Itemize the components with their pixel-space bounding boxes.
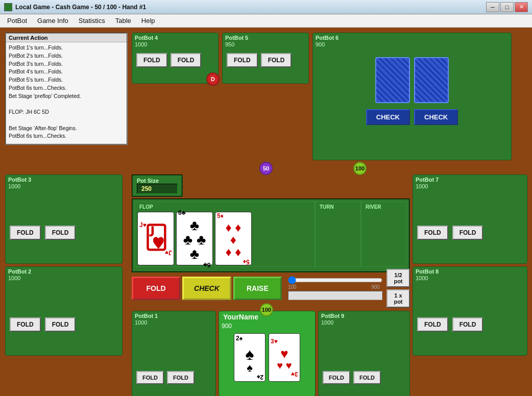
potbot8-fold2[interactable]: FOLD — [452, 317, 483, 332]
player-potbot9: PotBot 9 1000 FOLD FOLD — [318, 311, 410, 396]
log-entry: PotBot 6s turn...Checks. — [9, 84, 124, 92]
player-potbot3: PotBot 3 1000 FOLD FOLD — [5, 175, 123, 264]
log-entry: PotBot 5's turn...Folds. — [9, 76, 124, 84]
potbot3-name: PotBot 3 — [6, 175, 122, 183]
potbot2-fold2[interactable]: FOLD — [45, 317, 76, 332]
pot-value: 250 — [137, 184, 178, 194]
minimize-button[interactable]: ─ — [486, 2, 499, 12]
window-title: Local Game - Cash Game - 50 / 100 - Hand… — [15, 4, 146, 11]
potbot4-fold1[interactable]: FOLD — [136, 53, 167, 67]
potbot6-name: PotBot 6 — [313, 33, 511, 41]
potbot7-name: PotBot 7 — [413, 175, 527, 183]
app-icon — [4, 3, 12, 11]
small-blind-token: 50 — [259, 162, 273, 175]
player-yourname: YourName 900 2♠ ♠ ♠ 2♠ 3♥ ♥ ♥ ♥ 3♥ — [219, 311, 316, 396]
player-potbot7: PotBot 7 1000 FOLD FOLD — [413, 175, 527, 264]
menu-potbot[interactable]: PotBot — [2, 16, 32, 26]
your-card1: 2♠ ♠ ♠ 2♠ — [234, 333, 265, 382]
potbot6-card1 — [375, 57, 410, 103]
potbot3-fold1[interactable]: FOLD — [10, 226, 41, 240]
action-log: Current Action PotBot 1's turn...Folds. … — [5, 33, 128, 145]
action-buttons-area: FOLD CHECK RAISE 100 900 1/2 pot 1 x pot — [132, 274, 410, 302]
close-button[interactable]: ✕ — [515, 2, 528, 12]
potbot8-fold1[interactable]: FOLD — [417, 317, 448, 332]
one-pot-button[interactable]: 1 x pot — [386, 289, 410, 308]
potbot5-fold2[interactable]: FOLD — [261, 53, 292, 67]
potbot2-name: PotBot 2 — [6, 267, 122, 275]
flop-label: FLOP — [137, 203, 312, 211]
pot-label: Pot Size — [137, 178, 178, 184]
action-raise-button[interactable]: RAISE — [233, 277, 282, 300]
player-potbot2: PotBot 2 1000 FOLD FOLD — [5, 266, 123, 356]
log-entry: Bet Stage 'After-flop' Begins. — [9, 125, 124, 133]
potbot3-chips: 1000 — [6, 183, 122, 191]
turn-section: TURN — [315, 202, 361, 267]
slider-labels: 100 900 — [288, 284, 380, 290]
your-card2: 3♥ ♥ ♥ ♥ 3♥ — [269, 333, 300, 382]
log-entry: PotBot 6s turn...Checks. — [9, 132, 124, 140]
potbot5-name: PotBot 5 — [223, 33, 308, 41]
potbot5-fold1[interactable]: FOLD — [227, 53, 258, 67]
community-cards-area: FLOP J♥ 🂻 J♥ 6♣ ♣♣ ♣♣ 6♣ — [132, 199, 410, 273]
potbot7-fold2[interactable]: FOLD — [452, 226, 483, 240]
potbot7-chips: 1000 — [413, 183, 527, 191]
action-check-button[interactable]: CHECK — [182, 277, 231, 300]
yourname-chips: 900 — [219, 323, 315, 331]
potbot1-chips: 1000 — [132, 319, 215, 327]
log-entry: PotBot 3's turn...Folds. — [9, 60, 124, 68]
action-fold-button[interactable]: FOLD — [132, 277, 180, 300]
pot-size-box: Pot Size 250 — [132, 175, 183, 197]
log-content: PotBot 1's turn...Folds. PotBot 2's turn… — [6, 42, 127, 140]
menu-gameinfo[interactable]: Game Info — [32, 16, 74, 26]
flop-section: FLOP J♥ 🂻 J♥ 6♣ ♣♣ ♣♣ 6♣ — [135, 202, 315, 267]
slider-max: 900 — [371, 284, 380, 290]
flop-card1: J♥ 🂻 J♥ — [137, 212, 174, 265]
menu-help[interactable]: Help — [136, 16, 160, 26]
potbot1-fold1[interactable]: FOLD — [136, 371, 164, 384]
river-label: RIVER — [364, 203, 404, 211]
dealer-token: D — [206, 72, 220, 86]
log-entry: PotBot 4's turn...Folds. — [9, 68, 124, 76]
bet-amount-input[interactable] — [288, 291, 382, 300]
half-pot-button[interactable]: 1/2 pot — [386, 269, 410, 287]
potbot6-check1[interactable]: CHECK — [366, 109, 410, 125]
potbot9-chips: 1000 — [319, 319, 409, 327]
slider-min: 100 — [288, 284, 297, 290]
player-potbot6: PotBot 6 900 CHECK CHECK — [312, 33, 512, 160]
river-section: RIVER — [361, 202, 407, 267]
log-entry — [9, 116, 124, 125]
your-cards: 2♠ ♠ ♠ 2♠ 3♥ ♥ ♥ ♥ 3♥ — [219, 331, 315, 384]
potbot3-fold2[interactable]: FOLD — [45, 226, 76, 240]
menu-table[interactable]: Table — [110, 16, 136, 26]
turn-label: TURN — [318, 203, 358, 211]
turn-card-slot — [318, 212, 354, 265]
log-entry — [9, 100, 124, 108]
pot-buttons: 1/2 pot 1 x pot — [386, 269, 410, 308]
log-entry: PotBot 1's turn...Folds. — [9, 44, 124, 52]
potbot8-name: PotBot 8 — [413, 267, 527, 275]
potbot4-chips: 1000 — [132, 41, 218, 49]
menu-statistics[interactable]: Statistics — [74, 16, 110, 26]
game-area: Current Action PotBot 1's turn...Folds. … — [0, 28, 532, 396]
bet-slider[interactable] — [288, 276, 382, 284]
river-card-slot — [364, 212, 400, 265]
player-potbot4: PotBot 4 1000 FOLD FOLD — [132, 33, 219, 84]
log-entry: Bet Stage 'preflop' Completed. — [9, 92, 124, 101]
log-title: Current Action — [6, 34, 127, 42]
potbot6-check2[interactable]: CHECK — [414, 109, 458, 125]
log-entry: FLOP: JH 6C 5D — [9, 108, 124, 116]
potbot4-fold2[interactable]: FOLD — [171, 53, 202, 67]
player-potbot8: PotBot 8 1000 FOLD FOLD — [413, 266, 527, 356]
your-blind-token: 100 — [260, 303, 273, 316]
window-controls: ─ □ ✕ — [486, 2, 528, 12]
potbot7-fold1[interactable]: FOLD — [417, 226, 448, 240]
potbot9-fold1[interactable]: FOLD — [323, 371, 350, 384]
potbot1-fold2[interactable]: FOLD — [167, 371, 195, 384]
restore-button[interactable]: □ — [500, 2, 514, 12]
potbot2-fold1[interactable]: FOLD — [10, 317, 41, 332]
potbot1-name: PotBot 1 — [132, 311, 215, 319]
player-potbot5: PotBot 5 950 FOLD FOLD — [222, 33, 309, 84]
menu-bar: PotBot Game Info Statistics Table Help — [0, 14, 532, 28]
potbot9-fold2[interactable]: FOLD — [353, 371, 381, 384]
player-potbot1: PotBot 1 1000 FOLD FOLD — [132, 311, 216, 396]
